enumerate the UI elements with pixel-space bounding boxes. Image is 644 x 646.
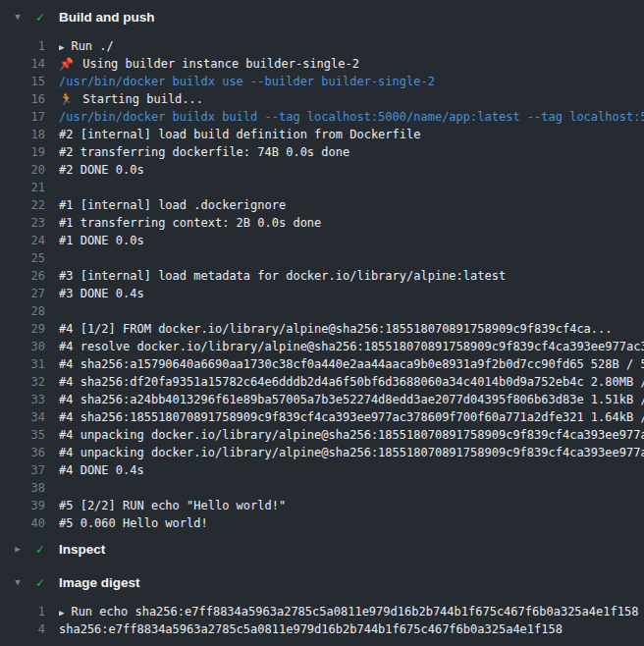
log-line: 16 🏃 Starting build... [0, 90, 644, 108]
line-text-content: Run echo sha256:e7ff8834a5963a2785c5a081… [71, 605, 638, 619]
log-line: 34 #4 sha256:185518070891758909c9f839cf4… [0, 408, 644, 426]
log-line: 27 #3 DONE 0.4s [0, 285, 644, 302]
line-text: #2 [internal] load build definition from… [59, 126, 644, 143]
line-text: #3 DONE 0.4s [59, 285, 644, 302]
line-number[interactable]: 37 [0, 461, 45, 479]
line-text: #4 unpacking docker.io/library/alpine@sh… [59, 444, 644, 461]
line-text-content: sha256:e7ff8834a5963a2785c5a0811e979d16b… [59, 622, 563, 636]
line-number[interactable]: 23 [0, 214, 45, 232]
log-line: 39 #5 [2/2] RUN echo "Hello world!" [0, 497, 644, 514]
line-text: #4 sha256:df20fa9351a15782c64e6dddb2d4a6… [59, 373, 644, 391]
line-number[interactable]: 25 [0, 249, 45, 267]
log-line: 15 /usr/bin/docker buildx use --builder … [0, 73, 644, 90]
log-block: 1 ▶Run ./ 14 📌 Using builder instance bu… [0, 33, 644, 532]
line-text: #1 transferring context: 2B 0.0s done [59, 214, 644, 232]
line-text: #4 unpacking docker.io/library/alpine@sh… [59, 426, 644, 444]
log-line: 24 #1 DONE 0.0s [0, 232, 644, 249]
log-line: 19 #2 transferring dockerfile: 74B 0.0s … [0, 143, 644, 161]
log-section: ▼ ✓ Build and push 1 ▶Run ./ 14 📌 Using … [0, 0, 644, 532]
log-line: 1 ▶Run echo sha256:e7ff8834a5963a2785c5a… [0, 603, 644, 620]
line-number[interactable]: 17 [0, 108, 45, 126]
line-number[interactable]: 33 [0, 391, 45, 408]
line-number[interactable]: 14 [0, 55, 45, 73]
line-text-content: #4 DONE 0.4s [59, 463, 144, 477]
section-label: Inspect [59, 542, 105, 557]
line-number[interactable]: 31 [0, 355, 45, 373]
chevron-right-icon[interactable]: ▶ [8, 532, 27, 565]
log-line: 21 [0, 179, 644, 196]
chevron-down-icon[interactable]: ▼ [8, 0, 27, 33]
line-text-content: Starting build... [82, 92, 203, 106]
log-line: 40 #5 0.060 Hello world! [0, 514, 644, 532]
line-number[interactable]: 1 [0, 37, 45, 55]
line-text-content: #4 sha256:185518070891758909c9f839cf4ca3… [59, 410, 644, 424]
line-number[interactable]: 32 [0, 373, 45, 391]
line-number[interactable]: 21 [0, 179, 45, 196]
line-text: #4 sha256:a15790640a6690aa1730c38cf0a440… [59, 355, 644, 373]
line-number[interactable]: 29 [0, 320, 45, 338]
line-text: #2 transferring dockerfile: 74B 0.0s don… [59, 143, 644, 161]
line-text-content: #4 unpacking docker.io/library/alpine@sh… [59, 428, 644, 442]
log-line: 23 #1 transferring context: 2B 0.0s done [0, 214, 644, 232]
line-number[interactable]: 4 [0, 620, 45, 638]
line-number[interactable]: 18 [0, 126, 45, 143]
run-expand-icon[interactable]: ▶ [59, 38, 64, 55]
line-text-content: #4 sha256:a24bb4013296f61e89ba57005a7b3e… [59, 393, 644, 406]
line-number[interactable]: 38 [0, 479, 45, 497]
line-text [59, 249, 644, 267]
log-line: 18 #2 [internal] load build definition f… [0, 126, 644, 143]
line-text-content: Using builder instance builder-single-2 [82, 57, 359, 71]
line-text-content: /usr/bin/docker buildx use --builder bui… [59, 75, 435, 88]
line-number[interactable]: 27 [0, 285, 45, 302]
log-line: 25 [0, 249, 644, 267]
line-number[interactable]: 15 [0, 73, 45, 90]
log-line: 30 #4 resolve docker.io/library/alpine@s… [0, 338, 644, 355]
line-number[interactable]: 16 [0, 90, 45, 108]
log-line: 29 #4 [1/2] FROM docker.io/library/alpin… [0, 320, 644, 338]
log-line: 38 [0, 479, 644, 497]
line-text [59, 179, 644, 196]
line-text: #4 [1/2] FROM docker.io/library/alpine@s… [59, 320, 644, 338]
run-expand-icon[interactable]: ▶ [59, 604, 64, 620]
line-number[interactable]: 22 [0, 196, 45, 214]
log-line: 4 sha256:e7ff8834a5963a2785c5a0811e979d1… [0, 620, 644, 638]
line-text-content: #2 transferring dockerfile: 74B 0.0s don… [59, 145, 349, 159]
line-number[interactable]: 30 [0, 338, 45, 355]
line-text: #1 [internal] load .dockerignore [59, 196, 644, 214]
line-text-content: #4 resolve docker.io/library/alpine@sha2… [59, 340, 644, 353]
section-header-build-and-push[interactable]: ▼ ✓ Build and push [0, 0, 644, 33]
line-number[interactable]: 20 [0, 161, 45, 179]
section-header-image-digest[interactable]: ▼ ✓ Image digest [0, 565, 644, 599]
log-line: 31 #4 sha256:a15790640a6690aa1730c38cf0a… [0, 355, 644, 373]
line-text-content: #5 [2/2] RUN echo "Hello world!" [59, 499, 286, 512]
line-number[interactable]: 28 [0, 302, 45, 320]
log-line: 35 #4 unpacking docker.io/library/alpine… [0, 426, 644, 444]
line-number[interactable]: 35 [0, 426, 45, 444]
line-number[interactable]: 1 [0, 603, 45, 620]
line-text-content: #2 DONE 0.0s [59, 163, 144, 177]
log-line: 22 #1 [internal] load .dockerignore [0, 196, 644, 214]
line-text: #1 DONE 0.0s [59, 232, 644, 249]
line-number[interactable]: 39 [0, 497, 45, 514]
line-number[interactable]: 24 [0, 232, 45, 249]
line-text-content: #1 [internal] load .dockerignore [59, 198, 286, 212]
section-label: Image digest [59, 575, 140, 590]
line-number[interactable]: 36 [0, 444, 45, 461]
line-text: #4 sha256:185518070891758909c9f839cf4ca3… [59, 408, 644, 426]
line-number[interactable]: 34 [0, 408, 45, 426]
line-text-content: #4 sha256:df20fa9351a15782c64e6dddb2d4a6… [59, 375, 644, 389]
line-text-content: #1 transferring context: 2B 0.0s done [59, 216, 321, 230]
section-header-inspect[interactable]: ▶ ✓ Inspect [0, 532, 644, 565]
line-text: #4 sha256:a24bb4013296f61e89ba57005a7b3e… [59, 391, 644, 408]
line-number[interactable]: 26 [0, 267, 45, 285]
log-line: 36 #4 unpacking docker.io/library/alpine… [0, 444, 644, 461]
log-section: ▶ ✓ Inspect [0, 532, 644, 565]
log-line: 14 📌 Using builder instance builder-sing… [0, 55, 644, 73]
log-line: 37 #4 DONE 0.4s [0, 461, 644, 479]
line-number[interactable]: 40 [0, 514, 45, 532]
chevron-down-icon[interactable]: ▼ [8, 565, 27, 599]
line-number[interactable]: 19 [0, 143, 45, 161]
line-text: #3 [internal] load metadata for docker.i… [59, 267, 644, 285]
line-text: 📌 Using builder instance builder-single-… [59, 55, 644, 73]
line-text [59, 302, 644, 320]
